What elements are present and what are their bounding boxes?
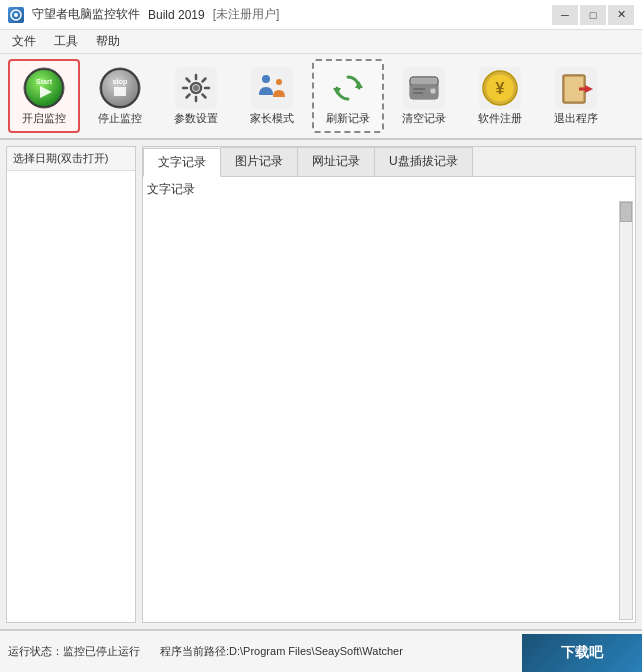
register-label: 软件注册: [478, 112, 522, 125]
svg-point-1: [14, 13, 18, 17]
settings-button[interactable]: 参数设置: [160, 59, 232, 133]
settings-icon: [174, 66, 218, 110]
svg-rect-43: [579, 88, 589, 91]
refresh-records-label: 刷新记录: [326, 112, 370, 125]
exit-label: 退出程序: [554, 112, 598, 125]
main-content: 选择日期(双击打开) 文字记录 图片记录 网址记录 U盘插拔记录 文字记录: [0, 140, 642, 630]
scroll-thumb: [620, 202, 632, 222]
svg-point-22: [262, 75, 270, 83]
tab-text-records[interactable]: 文字记录: [143, 148, 221, 177]
stop-monitor-label: 停止监控: [98, 112, 142, 125]
menu-tools[interactable]: 工具: [46, 31, 86, 52]
date-tree-panel: 选择日期(双击打开): [6, 146, 136, 623]
text-records-scroll[interactable]: [147, 202, 631, 615]
settings-label: 参数设置: [174, 112, 218, 125]
title-bar: 守望者电脑监控软件 Build 2019 [未注册用户] ─ □ ✕: [0, 0, 642, 30]
parent-mode-button[interactable]: 家长模式: [236, 59, 308, 133]
close-button[interactable]: ✕: [608, 5, 634, 25]
svg-rect-21: [251, 67, 293, 109]
menu-help[interactable]: 帮助: [88, 31, 128, 52]
tab-image-records[interactable]: 图片记录: [221, 147, 298, 176]
svg-rect-29: [410, 77, 438, 85]
build-label: Build 2019: [148, 8, 205, 22]
parent-mode-label: 家长模式: [250, 112, 294, 125]
title-bar-left: 守望者电脑监控软件 Build 2019 [未注册用户]: [8, 6, 279, 23]
svg-text:stop: stop: [113, 78, 128, 86]
tab-content-area: 文字记录: [143, 177, 635, 622]
window-controls: ─ □ ✕: [552, 5, 634, 25]
date-tree-title: 选择日期(双击打开): [7, 147, 135, 171]
date-tree-body[interactable]: [7, 171, 135, 622]
exit-icon: [554, 66, 598, 110]
start-icon: Start: [22, 66, 66, 110]
scrollbar[interactable]: [619, 201, 633, 620]
svg-point-23: [276, 79, 282, 85]
refresh-records-button[interactable]: 刷新记录: [312, 59, 384, 133]
parent-mode-icon: [250, 66, 294, 110]
clear-records-label: 清空记录: [402, 112, 446, 125]
clear-records-button[interactable]: 清空记录: [388, 59, 460, 133]
svg-point-31: [430, 88, 436, 94]
start-monitor-button[interactable]: Start 开启监控: [8, 59, 80, 133]
svg-text:¥: ¥: [496, 80, 505, 97]
start-monitor-label: 开启监控: [22, 112, 66, 125]
stop-icon: stop: [98, 66, 142, 110]
watermark-text: 下载吧: [561, 644, 603, 662]
exit-button[interactable]: 退出程序: [540, 59, 612, 133]
content-title: 文字记录: [147, 181, 631, 198]
clear-icon: [402, 66, 446, 110]
tab-usb-records[interactable]: U盘插拔记录: [375, 147, 473, 176]
maximize-button[interactable]: □: [580, 5, 606, 25]
tab-url-records[interactable]: 网址记录: [298, 147, 375, 176]
register-icon: ¥: [478, 66, 522, 110]
user-status: [未注册用户]: [213, 6, 280, 23]
current-path: 程序当前路径:D:\Program Files\SeaySoft\Watcher: [160, 644, 403, 659]
toolbar: Start 开启监控 stop 停止监控: [0, 54, 642, 140]
tab-bar: 文字记录 图片记录 网址记录 U盘插拔记录: [143, 147, 635, 177]
refresh-icon: [326, 66, 370, 110]
menu-bar: 文件 工具 帮助: [0, 30, 642, 54]
svg-text:Start: Start: [36, 78, 53, 85]
records-panel: 文字记录 图片记录 网址记录 U盘插拔记录 文字记录: [142, 146, 636, 623]
watermark: 下载吧: [522, 634, 642, 672]
app-icon: [8, 7, 24, 23]
stop-monitor-button[interactable]: stop 停止监控: [84, 59, 156, 133]
register-button[interactable]: ¥ 软件注册: [464, 59, 536, 133]
app-name: 守望者电脑监控软件: [32, 6, 140, 23]
minimize-button[interactable]: ─: [552, 5, 578, 25]
svg-point-20: [193, 85, 199, 91]
run-status: 运行状态：监控已停止运行: [8, 644, 140, 659]
menu-file[interactable]: 文件: [4, 31, 44, 52]
svg-rect-9: [114, 87, 126, 96]
